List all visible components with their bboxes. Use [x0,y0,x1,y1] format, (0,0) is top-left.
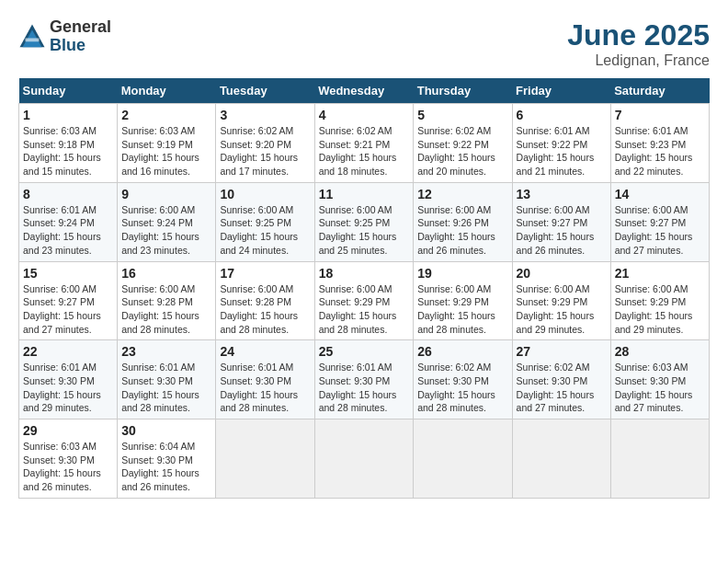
day-number: 9 [121,187,211,201]
calendar-cell: 10Sunrise: 6:00 AM Sunset: 9:25 PM Dayli… [216,182,314,261]
calendar-cell: 8Sunrise: 6:01 AM Sunset: 9:24 PM Daylig… [19,182,118,261]
day-number: 10 [220,187,310,201]
day-info: Sunrise: 6:01 AM Sunset: 9:30 PM Dayligh… [23,361,113,415]
day-number: 18 [319,266,410,281]
calendar-cell: 24Sunrise: 6:01 AM Sunset: 9:30 PM Dayli… [216,340,314,419]
day-info: Sunrise: 6:01 AM Sunset: 9:30 PM Dayligh… [121,361,211,415]
day-number: 8 [23,187,113,201]
calendar-cell: 16Sunrise: 6:00 AM Sunset: 9:28 PM Dayli… [118,261,216,340]
weekday-header: Tuesday [216,78,314,104]
calendar-cell: 20Sunrise: 6:00 AM Sunset: 9:29 PM Dayli… [512,261,610,340]
day-info: Sunrise: 6:02 AM Sunset: 9:21 PM Dayligh… [319,124,410,178]
calendar-cell [610,419,709,499]
logo-general: General [50,18,111,37]
day-info: Sunrise: 6:00 AM Sunset: 9:27 PM Dayligh… [517,203,607,258]
calendar-cell: 12Sunrise: 6:00 AM Sunset: 9:26 PM Dayli… [414,182,512,261]
day-number: 24 [220,344,310,359]
calendar-cell: 26Sunrise: 6:02 AM Sunset: 9:30 PM Dayli… [414,340,512,419]
svg-rect-2 [26,38,40,41]
day-info: Sunrise: 6:01 AM Sunset: 9:30 PM Dayligh… [319,361,410,415]
day-number: 19 [417,266,507,281]
day-number: 23 [121,344,211,359]
calendar-week-row: 8Sunrise: 6:01 AM Sunset: 9:24 PM Daylig… [19,182,710,261]
day-info: Sunrise: 6:01 AM Sunset: 9:22 PM Dayligh… [517,124,607,178]
day-info: Sunrise: 6:02 AM Sunset: 9:20 PM Dayligh… [220,124,310,178]
day-info: Sunrise: 6:00 AM Sunset: 9:27 PM Dayligh… [615,203,705,258]
calendar-cell: 11Sunrise: 6:00 AM Sunset: 9:25 PM Dayli… [314,182,414,261]
weekday-header: Saturday [610,78,709,104]
day-info: Sunrise: 6:00 AM Sunset: 9:25 PM Dayligh… [220,203,310,258]
logo-blue: Blue [50,37,111,55]
day-number: 7 [615,108,705,122]
day-number: 14 [615,187,705,201]
day-number: 6 [517,108,607,122]
day-info: Sunrise: 6:00 AM Sunset: 9:25 PM Dayligh… [319,203,410,258]
calendar-location: Ledignan, France [567,52,710,69]
day-info: Sunrise: 6:03 AM Sunset: 9:30 PM Dayligh… [615,361,705,415]
calendar-cell: 22Sunrise: 6:01 AM Sunset: 9:30 PM Dayli… [19,340,118,419]
calendar-cell: 23Sunrise: 6:01 AM Sunset: 9:30 PM Dayli… [118,340,216,419]
calendar-cell [414,419,512,499]
day-number: 12 [417,187,507,201]
calendar-cell: 19Sunrise: 6:00 AM Sunset: 9:29 PM Dayli… [414,261,512,340]
day-info: Sunrise: 6:02 AM Sunset: 9:22 PM Dayligh… [417,124,507,178]
day-number: 1 [23,108,113,122]
day-number: 11 [319,187,410,201]
day-number: 25 [319,344,410,359]
page-header: General Blue June 2025 Ledignan, France [18,18,710,69]
day-info: Sunrise: 6:02 AM Sunset: 9:30 PM Dayligh… [417,361,507,415]
calendar-week-row: 1Sunrise: 6:03 AM Sunset: 9:18 PM Daylig… [19,104,710,183]
calendar-cell: 30Sunrise: 6:04 AM Sunset: 9:30 PM Dayli… [118,419,216,499]
calendar-cell: 3Sunrise: 6:02 AM Sunset: 9:20 PM Daylig… [216,104,314,183]
weekday-header-row: SundayMondayTuesdayWednesdayThursdayFrid… [19,78,710,104]
calendar-cell [216,419,314,499]
day-number: 21 [615,266,705,281]
day-info: Sunrise: 6:00 AM Sunset: 9:28 PM Dayligh… [121,282,211,337]
weekday-header: Monday [118,78,216,104]
day-info: Sunrise: 6:00 AM Sunset: 9:26 PM Dayligh… [417,203,507,258]
day-number: 13 [517,187,607,201]
calendar-cell: 28Sunrise: 6:03 AM Sunset: 9:30 PM Dayli… [610,340,709,419]
calendar-cell: 15Sunrise: 6:00 AM Sunset: 9:27 PM Dayli… [19,261,118,340]
calendar-cell: 18Sunrise: 6:00 AM Sunset: 9:29 PM Dayli… [314,261,414,340]
day-number: 20 [517,266,607,281]
day-info: Sunrise: 6:02 AM Sunset: 9:30 PM Dayligh… [517,361,607,415]
logo-text: General Blue [50,18,111,55]
calendar-cell: 2Sunrise: 6:03 AM Sunset: 9:19 PM Daylig… [118,104,216,183]
day-number: 27 [517,344,607,359]
calendar-cell: 27Sunrise: 6:02 AM Sunset: 9:30 PM Dayli… [512,340,610,419]
day-info: Sunrise: 6:00 AM Sunset: 9:28 PM Dayligh… [220,282,310,337]
day-number: 3 [220,108,310,122]
day-info: Sunrise: 6:01 AM Sunset: 9:24 PM Dayligh… [23,203,113,258]
calendar-week-row: 15Sunrise: 6:00 AM Sunset: 9:27 PM Dayli… [19,261,710,340]
calendar-cell: 5Sunrise: 6:02 AM Sunset: 9:22 PM Daylig… [414,104,512,183]
day-number: 26 [417,344,507,359]
day-info: Sunrise: 6:00 AM Sunset: 9:29 PM Dayligh… [615,282,705,337]
day-number: 15 [23,266,113,281]
day-number: 5 [417,108,507,122]
calendar-cell: 7Sunrise: 6:01 AM Sunset: 9:23 PM Daylig… [610,104,709,183]
calendar-cell: 9Sunrise: 6:00 AM Sunset: 9:24 PM Daylig… [118,182,216,261]
logo-icon [18,23,46,51]
day-number: 22 [23,344,113,359]
calendar-cell [512,419,610,499]
day-number: 28 [615,344,705,359]
logo: General Blue [18,18,111,55]
day-info: Sunrise: 6:01 AM Sunset: 9:30 PM Dayligh… [220,361,310,415]
calendar-cell: 13Sunrise: 6:00 AM Sunset: 9:27 PM Dayli… [512,182,610,261]
calendar-title: June 2025 [567,18,710,52]
calendar-week-row: 22Sunrise: 6:01 AM Sunset: 9:30 PM Dayli… [19,340,710,419]
calendar-body: 1Sunrise: 6:03 AM Sunset: 9:18 PM Daylig… [19,104,710,499]
day-number: 4 [319,108,410,122]
calendar-cell: 29Sunrise: 6:03 AM Sunset: 9:30 PM Dayli… [19,419,118,499]
calendar-cell [314,419,414,499]
day-info: Sunrise: 6:03 AM Sunset: 9:18 PM Dayligh… [23,124,113,178]
day-number: 2 [121,108,211,122]
weekday-header: Wednesday [314,78,414,104]
day-info: Sunrise: 6:00 AM Sunset: 9:29 PM Dayligh… [517,282,607,337]
calendar-cell: 6Sunrise: 6:01 AM Sunset: 9:22 PM Daylig… [512,104,610,183]
day-number: 30 [121,423,211,438]
day-info: Sunrise: 6:03 AM Sunset: 9:19 PM Dayligh… [121,124,211,178]
day-number: 16 [121,266,211,281]
weekday-header: Friday [512,78,610,104]
